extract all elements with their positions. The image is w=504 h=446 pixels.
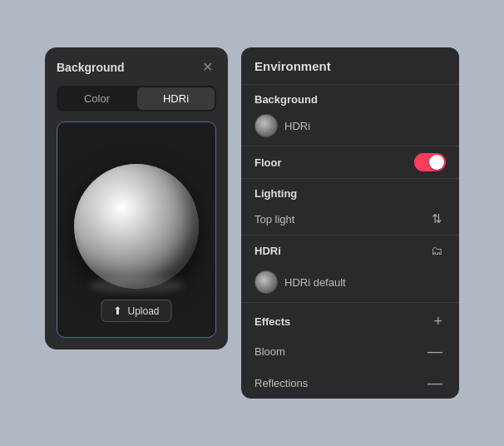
env-header: Environment (241, 47, 459, 85)
sliders-icon-button[interactable]: ⇅ (428, 210, 446, 228)
upload-button[interactable]: ⬆ Upload (101, 300, 171, 322)
close-button[interactable]: ✕ (199, 59, 216, 76)
panel-header: Background ✕ (57, 59, 216, 76)
env-section-hdri: HDRi 🗂 HDRi default (241, 235, 459, 303)
hdri-default-label: HDRi default (284, 276, 346, 289)
background-panel: Background ✕ Color HDRi ⬆ Upload (45, 47, 228, 349)
bloom-row: Bloom — (241, 335, 459, 367)
floor-row: Floor (241, 146, 459, 178)
section-label-lighting: Lighting (241, 179, 459, 203)
toggle-knob (429, 155, 444, 170)
env-section-floor: Floor (241, 146, 459, 179)
tab-color[interactable]: Color (58, 87, 136, 110)
effects-header-row: Effects + (241, 303, 459, 335)
hdri-section-row: HDRi 🗂 (241, 235, 459, 265)
reflections-label: Reflections (254, 377, 308, 389)
section-label-hdri: HDRi (254, 245, 281, 257)
reflections-row: Reflections — (241, 367, 459, 399)
floor-toggle[interactable] (414, 153, 446, 171)
hdri-thumbnail (254, 114, 278, 137)
upload-label: Upload (127, 305, 159, 317)
bloom-remove-button[interactable]: — (424, 342, 446, 360)
env-section-effects: Effects + Bloom — Reflections — (241, 303, 459, 399)
hdri-row: HDRi (241, 109, 459, 146)
top-light-label: Top light (254, 213, 294, 225)
reflections-remove-button[interactable]: — (424, 374, 446, 392)
section-label-effects: Effects (254, 315, 290, 328)
panel-title: Background (57, 61, 125, 74)
book-icon-button[interactable]: 🗂 (427, 242, 446, 259)
top-light-row: Top light ⇅ (241, 203, 459, 235)
hdri-default-thumbnail (254, 270, 278, 294)
env-title: Environment (254, 59, 331, 73)
upload-icon: ⬆ (113, 305, 122, 317)
env-section-lighting: Lighting Top light ⇅ (241, 179, 459, 235)
bloom-label: Bloom (254, 345, 285, 358)
section-label-background: Background (241, 85, 459, 109)
effects-add-button[interactable]: + (430, 311, 446, 332)
sphere-preview (74, 164, 199, 289)
preview-area: ⬆ Upload (57, 121, 216, 338)
env-section-background: Background HDRi (241, 85, 459, 146)
section-label-floor: Floor (254, 156, 282, 169)
tab-group: Color HDRi (57, 86, 216, 112)
environment-panel: Environment Background HDRi Floor Lighti… (241, 47, 459, 399)
hdri-label: HDRi (284, 120, 310, 132)
hdri-default-row: HDRi default (241, 265, 459, 302)
tab-hdri[interactable]: HDRi (137, 87, 215, 110)
